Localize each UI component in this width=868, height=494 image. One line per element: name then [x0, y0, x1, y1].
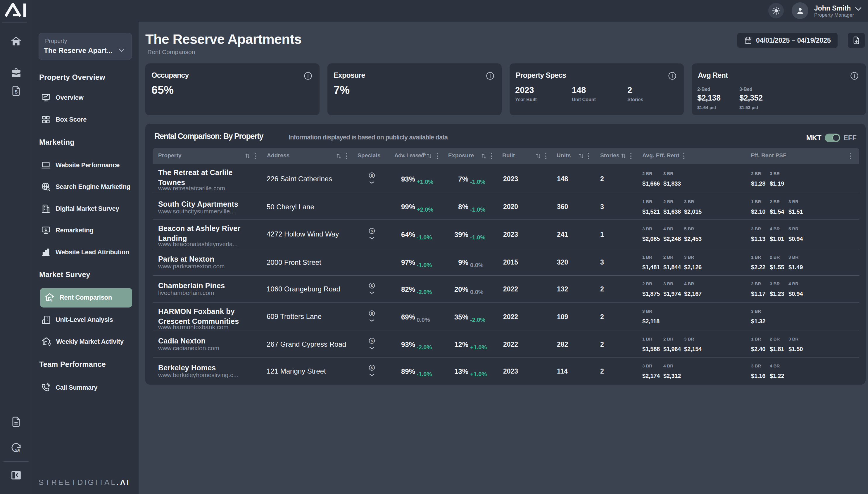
svg-text:$: $: [371, 229, 373, 233]
svg-text:$: $: [371, 284, 373, 288]
svg-text:$: $: [50, 298, 53, 302]
svg-text:$: $: [371, 311, 373, 316]
svg-text:24: 24: [15, 448, 20, 453]
svg-text:$: $: [371, 339, 373, 343]
svg-text:$: $: [371, 366, 373, 370]
svg-text:$: $: [371, 173, 373, 178]
svg-text:$: $: [15, 89, 18, 95]
